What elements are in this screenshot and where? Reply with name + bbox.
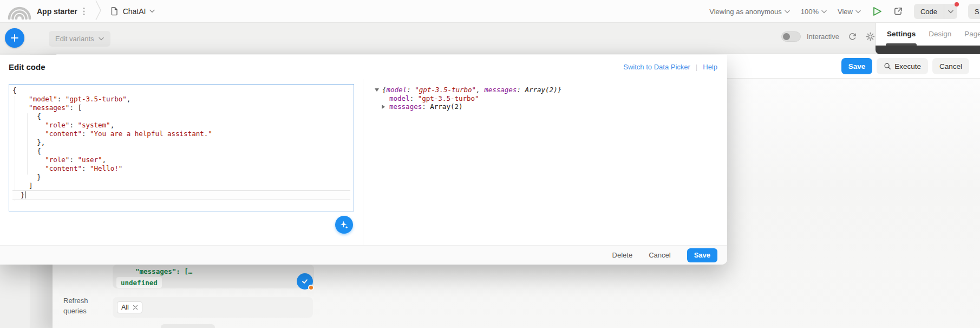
code-token: ] [12,182,33,190]
code-token: { [12,147,41,155]
notification-orange-dot [308,285,314,291]
refresh-queries-label: Refresh queries [63,295,104,316]
code-line[interactable]: "role": "user", [12,156,354,164]
code-token: "user" [77,156,102,164]
code-line[interactable]: { [12,86,354,95]
interactive-toggle[interactable] [781,31,801,42]
modal-save-button[interactable]: Save [687,248,717,262]
modal-footer: Delete Cancel Save [0,245,727,265]
code-button-label: Code [914,8,944,16]
code-token: } [12,191,25,199]
partially-visible-button[interactable] [161,324,215,328]
help-link[interactable]: Help [703,63,717,71]
expand-arrow-icon[interactable] [382,105,389,109]
code-token: , [476,86,484,94]
code-token: : [82,164,90,172]
editor-inspector-divider [363,79,363,245]
code-token: "You are a helpful assistant." [90,130,212,138]
view-dropdown[interactable]: View [838,8,861,16]
code-line[interactable]: "model": "gpt-3.5-turbo", [12,95,354,104]
page-chevron-down-icon[interactable] [149,9,155,13]
code-line[interactable]: ] [12,182,354,190]
code-preview-box[interactable]: "messages": [… undefined [113,265,314,288]
undefined-value-chip: undefined [116,277,162,288]
code-token: Array(2) [525,86,557,94]
code-token: : [410,94,418,103]
success-check-badge [297,273,313,290]
code-token: , [102,156,107,164]
triangle-down-icon [375,88,379,92]
breadcrumb-separator [95,0,102,23]
code-chevron-down-icon[interactable] [944,10,957,14]
chevron-down-icon [99,37,104,41]
code-token: { [12,112,41,120]
refresh-icon[interactable] [848,32,857,41]
edit-code-modal: Edit code Switch to Data Picker | Help {… [0,55,727,265]
query-cancel-button[interactable]: Cancel [932,58,969,74]
object-inspector: {model: "gpt-3.5-turbo", messages: Array… [375,86,561,111]
close-icon[interactable] [133,305,138,310]
code-token: : [422,102,430,111]
edit-variants-dropdown[interactable]: Edit variants [49,31,110,47]
code-token: : [57,95,66,103]
code-token: messages [389,102,422,111]
delete-button[interactable]: Delete [612,251,633,259]
code-token: : [69,121,77,129]
code-line[interactable]: "messages": [ [12,104,354,112]
code-line[interactable]: "content": "Hello!" [12,164,354,173]
ai-sparkle-button[interactable] [335,216,353,234]
code-token: "Hello!" [90,164,122,172]
code-line[interactable]: } [12,173,354,182]
json-code-editor[interactable]: { "model": "gpt-3.5-turbo", "messages": … [9,84,354,211]
refresh-queries-input[interactable]: All [113,297,313,318]
code-notification-dot [955,2,959,7]
code-token: "gpt-3.5-turbo" [415,86,476,94]
code-token: , [127,95,131,103]
chevron-down-icon [855,10,861,14]
code-token: { [12,86,17,94]
code-token: } [558,86,562,94]
code-token [12,95,29,103]
query-execute-button[interactable]: Execute [877,58,928,74]
code-line[interactable]: { [12,147,354,156]
insert-plus-button[interactable] [5,28,24,48]
expand-arrow-icon[interactable] [375,88,382,92]
filter-chip-all[interactable]: All [117,301,142,313]
inspector-line[interactable]: model: "gpt-3.5-turbo" [382,94,561,103]
code-token: Array(2) [430,102,462,111]
open-external-button[interactable] [893,7,903,16]
page-name[interactable]: ChatAI [123,7,146,16]
code-line[interactable]: }, [12,138,354,147]
code-token: "role" [45,156,69,164]
code-token [12,164,45,172]
code-line[interactable]: "content": "You are a helpful assistant.… [12,130,354,138]
tab-page-data[interactable]: Page data [964,23,980,46]
code-line[interactable]: "role": "system", [12,121,354,130]
zoom-dropdown[interactable]: 100% [801,8,827,16]
tab-design[interactable]: Design [929,23,951,46]
app-logo-icon[interactable] [8,3,31,20]
code-token: : [ [69,104,82,112]
project-name[interactable]: App starter [37,7,77,16]
gear-icon[interactable] [866,32,875,41]
project-menu-kebab-icon[interactable] [83,7,85,16]
query-save-button[interactable]: Save [841,58,873,74]
code-token: "gpt-3.5-turbo" [66,95,127,103]
modal-cancel-button[interactable]: Cancel [649,251,670,259]
code-token: "model" [29,95,57,103]
code-button[interactable]: Code [914,4,957,19]
code-line[interactable]: { [12,112,354,121]
preview-play-button[interactable] [872,6,883,17]
switch-to-data-picker-link[interactable]: Switch to Data Picker [623,63,690,71]
inspector-line[interactable]: messages: Array(2) [382,102,561,111]
inspector-line[interactable]: {model: "gpt-3.5-turbo", messages: Array… [375,86,561,94]
code-token: : [517,86,525,94]
code-line[interactable]: } [12,190,350,200]
code-token: , [110,121,115,129]
viewing-as-dropdown[interactable]: Viewing as anonymous [709,8,789,16]
share-button-partial[interactable]: S [968,4,980,19]
code-token: "messages" [29,104,69,112]
tab-settings[interactable]: Settings [887,23,916,46]
code-token: "role" [45,121,69,129]
chevron-down-icon [821,10,827,14]
